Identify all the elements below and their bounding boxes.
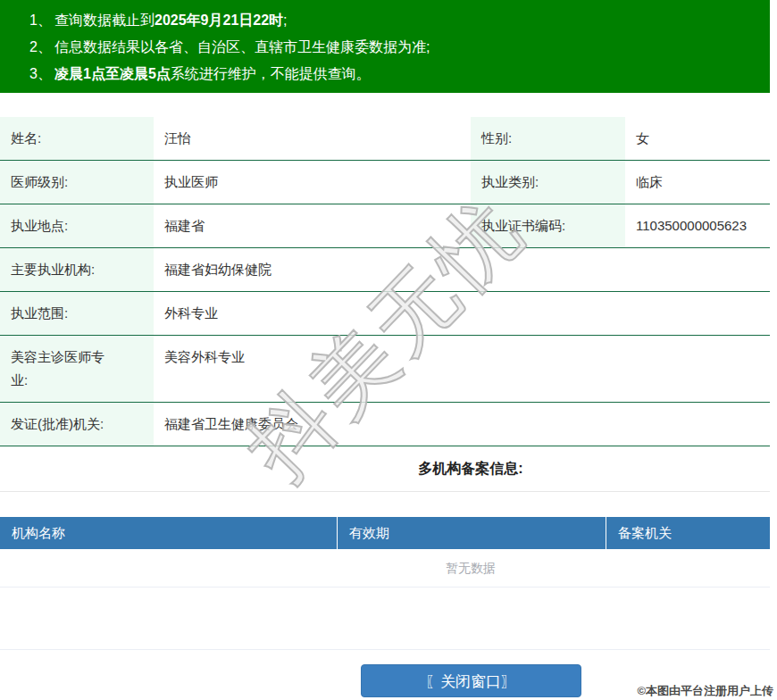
column-header: 机构名称 bbox=[0, 517, 337, 549]
table-row: 执业地点:福建省执业证书编码:110350000005623 bbox=[0, 204, 770, 248]
table-row: 主要执业机构:福建省妇幼保健院 bbox=[0, 248, 770, 292]
field-label: 执业地点: bbox=[0, 204, 154, 247]
field-label: 美容主诊医师专业: bbox=[0, 336, 154, 402]
notice-line-text: 查询数据截止到2025年9月21日22时; bbox=[54, 7, 288, 34]
notice-line-text: 凌晨1点至凌晨5点系统进行维护，不能提供查询。 bbox=[54, 61, 371, 88]
field-label: 姓名: bbox=[0, 117, 154, 160]
notice-line-number: 3、 bbox=[29, 61, 54, 88]
filing-section-title: 多机构备案信息: bbox=[171, 446, 770, 491]
field-label: 医师级别: bbox=[0, 161, 154, 204]
table-row: 医师级别:执业医师执业类别:临床 bbox=[0, 161, 770, 204]
notice-line-text: 信息数据结果以各省、自治区、直辖市卫生健康委数据为准; bbox=[54, 34, 430, 61]
license-query-result-page: 1、查询数据截止到2025年9月21日22时;2、信息数据结果以各省、自治区、直… bbox=[0, 0, 777, 700]
column-header: 有效期 bbox=[337, 517, 606, 549]
filing-table-header: 机构名称有效期备案机关 bbox=[0, 517, 770, 549]
doctor-info-table: 姓名:汪怡性别:女医师级别:执业医师执业类别:临床执业地点:福建省执业证书编码:… bbox=[0, 117, 770, 446]
field-value: 执业医师 bbox=[154, 161, 471, 204]
notice-line-number: 2、 bbox=[29, 34, 54, 61]
table-row: 姓名:汪怡性别:女 bbox=[0, 117, 770, 161]
notice-line: 1、查询数据截止到2025年9月21日22时; bbox=[0, 7, 770, 34]
field-label: 执业类别: bbox=[471, 161, 625, 204]
field-label: 执业证书编码: bbox=[471, 204, 625, 247]
table-row: 发证(批准)机关:福建省卫生健康委员会 bbox=[0, 403, 770, 446]
field-value: 福建省妇幼保健院 bbox=[154, 248, 770, 291]
copyright-text: ©本图由平台注册用户上传 bbox=[637, 683, 773, 699]
notice-line: 3、凌晨1点至凌晨5点系统进行维护，不能提供查询。 bbox=[0, 61, 770, 88]
field-value: 外科专业 bbox=[154, 292, 770, 335]
field-label: 主要执业机构: bbox=[0, 248, 154, 291]
notice-banner: 1、查询数据截止到2025年9月21日22时;2、信息数据结果以各省、自治区、直… bbox=[0, 0, 770, 93]
notice-line-number: 1、 bbox=[29, 7, 54, 34]
empty-state-text: 暂无数据 bbox=[171, 549, 770, 587]
field-value: 临床 bbox=[625, 161, 770, 204]
close-window-button[interactable]: 〖关闭窗口〗 bbox=[361, 664, 581, 697]
table-row: 执业范围:外科专业 bbox=[0, 292, 770, 336]
field-value: 汪怡 bbox=[154, 117, 471, 160]
field-value: 福建省卫生健康委员会 bbox=[154, 403, 770, 446]
notice-line: 2、信息数据结果以各省、自治区、直辖市卫生健康委数据为准; bbox=[0, 34, 770, 61]
filing-table-empty-body bbox=[0, 588, 770, 650]
field-label: 执业范围: bbox=[0, 292, 154, 335]
column-header: 备案机关 bbox=[606, 517, 770, 549]
table-row: 美容主诊医师专业:美容外科专业 bbox=[0, 336, 770, 403]
field-label: 发证(批准)机关: bbox=[0, 403, 154, 446]
field-value: 美容外科专业 bbox=[154, 336, 770, 402]
field-value: 女 bbox=[625, 117, 770, 160]
field-value: 福建省 bbox=[154, 204, 471, 247]
field-value: 110350000005623 bbox=[625, 204, 770, 247]
filing-empty-row: 暂无数据 bbox=[0, 549, 770, 588]
field-label: 性别: bbox=[471, 117, 625, 160]
filing-title-row: 多机构备案信息: bbox=[0, 446, 770, 492]
